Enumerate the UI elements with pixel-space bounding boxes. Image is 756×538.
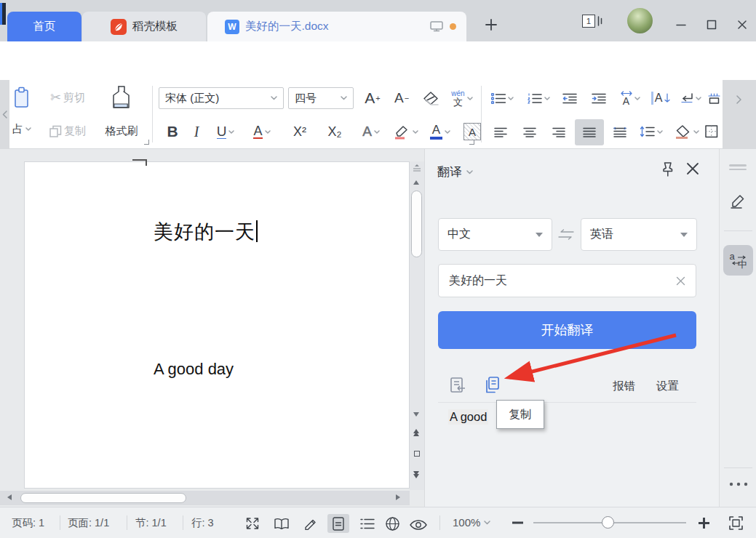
ribbon-scroll-right[interactable] — [723, 80, 756, 148]
clear-input-icon[interactable] — [676, 276, 685, 286]
panel-drag-handle[interactable] — [729, 162, 747, 172]
borders-button[interactable] — [701, 119, 722, 144]
scroll-up-arrow[interactable] — [413, 180, 419, 185]
app-icon[interactable] — [0, 3, 6, 25]
text-effects-button[interactable]: A — [355, 119, 387, 144]
new-tab-button[interactable] — [482, 16, 501, 33]
zoom-out-button[interactable] — [506, 513, 528, 532]
fit-page-icon[interactable] — [725, 513, 747, 532]
dropdown-caret-icon — [696, 97, 701, 100]
line-spacing-button[interactable] — [634, 119, 668, 144]
web-view-icon[interactable] — [381, 514, 403, 533]
select-browse-object-button[interactable] — [414, 451, 420, 457]
line-break-button[interactable] — [674, 86, 707, 111]
zoom-level-select[interactable]: 100% — [453, 516, 490, 529]
justify-icon[interactable] — [575, 119, 604, 145]
format-painter-label[interactable]: 格式刷 — [98, 121, 146, 141]
align-right-icon[interactable] — [546, 121, 572, 144]
vertical-scroll-thumb[interactable] — [411, 190, 422, 257]
swap-languages-icon[interactable] — [557, 229, 575, 240]
document-text-line2[interactable]: A good day — [154, 360, 234, 379]
vertical-scrollbar[interactable] — [410, 161, 424, 490]
rail-more-icon[interactable] — [729, 482, 748, 486]
dialog-launcher[interactable] — [144, 140, 149, 145]
previous-page-button[interactable] — [413, 429, 419, 436]
user-avatar[interactable] — [627, 8, 653, 33]
decrease-indent-icon[interactable] — [556, 86, 584, 111]
strikethrough-button[interactable]: A — [244, 119, 279, 144]
translate-result-text[interactable]: A good — [448, 409, 488, 425]
paste-button[interactable] — [10, 84, 33, 111]
close-panel-icon[interactable] — [686, 162, 699, 175]
decrease-font-button[interactable]: A− — [389, 86, 415, 111]
ink-pen-icon[interactable] — [300, 514, 322, 533]
bullet-list-button[interactable] — [485, 86, 520, 111]
font-color-button[interactable]: A — [423, 119, 457, 144]
tab-home-label: 首页 — [33, 19, 56, 34]
source-language-select[interactable]: 中文 — [438, 218, 552, 251]
monitor-icon[interactable] — [430, 21, 444, 32]
dropdown-caret-icon — [484, 521, 490, 525]
cut-button[interactable]: ✂ 剪切 — [38, 87, 98, 108]
clear-format-icon[interactable] — [418, 86, 444, 111]
increase-indent-icon[interactable] — [585, 86, 613, 111]
annotation-pen-icon[interactable] — [729, 191, 748, 210]
tab-docer[interactable]: 稻壳模板 — [82, 12, 206, 41]
status-page-count[interactable]: 页面: 1/1 — [68, 516, 109, 530]
pin-panel-icon[interactable] — [659, 161, 675, 179]
scroll-right-arrow[interactable] — [396, 494, 400, 500]
document-page[interactable]: 美好的一天 A good day — [24, 161, 410, 489]
next-page-button[interactable] — [413, 471, 419, 478]
scroll-down-arrow[interactable] — [413, 412, 419, 417]
text-direction-icon[interactable]: A — [648, 86, 674, 111]
highlight-color-button[interactable] — [389, 119, 422, 144]
bold-button[interactable]: B — [162, 119, 183, 144]
text-tool-icon[interactable] — [706, 86, 722, 111]
font-name-select[interactable]: 宋体 (正文) — [159, 87, 284, 109]
horizontal-scroll-thumb[interactable] — [20, 493, 186, 503]
fullscreen-icon[interactable] — [242, 514, 263, 533]
pinyin-guide-button[interactable]: wén 文 — [445, 84, 479, 112]
document-text-line1[interactable]: 美好的一天 — [154, 219, 258, 245]
format-painter-icon[interactable] — [106, 83, 135, 116]
font-size-select[interactable]: 四号 — [288, 87, 354, 109]
maximize-button[interactable] — [702, 16, 721, 33]
outline-view-icon[interactable] — [357, 514, 378, 533]
scroll-left-arrow[interactable] — [7, 494, 12, 500]
increase-font-button[interactable]: A+ — [359, 86, 386, 111]
distribute-icon[interactable] — [607, 121, 633, 144]
shading-button[interactable] — [669, 119, 703, 144]
status-page-number[interactable]: 页码: 1 — [12, 516, 44, 530]
target-language-select[interactable]: 英语 — [581, 218, 697, 251]
tab-document[interactable]: W 美好的一天.docx — [207, 12, 466, 41]
paste-label[interactable]: 占 — [7, 118, 36, 140]
ruler-toggle-icon[interactable] — [412, 164, 422, 172]
numbered-list-button[interactable] — [521, 86, 556, 111]
italic-button[interactable]: I — [186, 119, 207, 144]
horizontal-scrollbar[interactable] — [0, 491, 410, 505]
copy-button[interactable]: 复制 — [38, 121, 98, 141]
copy-icon — [49, 125, 62, 137]
page-view-icon[interactable] — [327, 514, 349, 533]
status-line[interactable]: 行: 3 — [191, 516, 214, 530]
align-left-icon[interactable] — [488, 121, 514, 144]
close-window-button[interactable] — [733, 16, 752, 33]
translate-tool-button[interactable]: a 中 — [723, 245, 753, 276]
align-center-icon[interactable] — [517, 121, 543, 144]
tab-home[interactable]: 首页 — [7, 12, 81, 41]
subscript-button[interactable]: X₂ — [320, 119, 349, 144]
dialog-launcher[interactable] — [469, 140, 474, 145]
window-stack-button[interactable]: 1 — [582, 15, 602, 28]
character-scale-button[interactable]: A — [613, 84, 648, 112]
zoom-slider-thumb[interactable] — [602, 516, 614, 529]
superscript-button[interactable]: X² — [285, 119, 314, 144]
minimize-button[interactable] — [672, 16, 691, 33]
eye-protect-icon[interactable] — [407, 514, 429, 533]
divider — [438, 402, 696, 403]
underline-button[interactable]: U — [210, 119, 242, 144]
zoom-in-button[interactable] — [693, 513, 715, 532]
status-section[interactable]: 节: 1/1 — [135, 516, 167, 530]
read-mode-icon[interactable] — [271, 514, 293, 533]
panel-title-row[interactable]: 翻译 — [437, 164, 473, 180]
translate-input[interactable]: 美好的一天 — [438, 264, 696, 297]
